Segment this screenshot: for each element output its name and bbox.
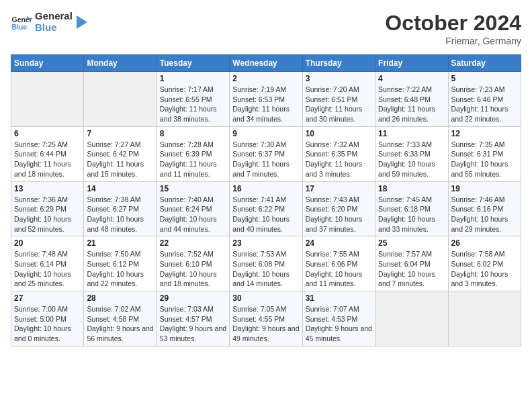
calendar-cell: 11Sunrise: 7:33 AMSunset: 6:33 PMDayligh…: [375, 126, 448, 181]
day-of-week-header: Sunday: [11, 55, 84, 72]
day-number: 12: [451, 129, 518, 138]
day-number: 16: [232, 184, 299, 193]
day-number: 8: [160, 129, 226, 138]
svg-text:Blue: Blue: [12, 24, 28, 31]
day-info: Sunrise: 7:27 AMSunset: 6:42 PMDaylight:…: [87, 140, 153, 179]
day-of-week-header: Friday: [375, 55, 448, 72]
calendar-cell: 21Sunrise: 7:50 AMSunset: 6:12 PMDayligh…: [84, 236, 157, 291]
calendar-cell: 14Sunrise: 7:38 AMSunset: 6:27 PMDayligh…: [84, 181, 157, 236]
day-info: Sunrise: 7:20 AMSunset: 6:51 PMDaylight:…: [306, 85, 372, 124]
day-number: 13: [14, 184, 81, 193]
calendar-cell: 22Sunrise: 7:52 AMSunset: 6:10 PMDayligh…: [157, 236, 229, 291]
day-info: Sunrise: 7:05 AMSunset: 4:55 PMDaylight:…: [232, 304, 299, 344]
day-info: Sunrise: 7:25 AMSunset: 6:44 PMDaylight:…: [14, 140, 81, 179]
calendar-cell: 9Sunrise: 7:30 AMSunset: 6:37 PMDaylight…: [230, 126, 302, 181]
calendar-cell: 24Sunrise: 7:55 AMSunset: 6:06 PMDayligh…: [302, 236, 375, 291]
day-of-week-header: Monday: [84, 55, 157, 72]
day-number: 9: [232, 129, 299, 138]
calendar-cell: 15Sunrise: 7:40 AMSunset: 6:24 PMDayligh…: [157, 181, 229, 236]
calendar-cell: 29Sunrise: 7:03 AMSunset: 4:57 PMDayligh…: [157, 291, 229, 347]
day-of-week-header: Wednesday: [230, 55, 302, 72]
calendar-cell: 16Sunrise: 7:41 AMSunset: 6:22 PMDayligh…: [230, 181, 302, 236]
day-info: Sunrise: 7:02 AMSunset: 4:58 PMDaylight:…: [87, 304, 153, 344]
day-number: 28: [87, 293, 153, 303]
day-info: Sunrise: 7:43 AMSunset: 6:20 PMDaylight:…: [306, 195, 372, 234]
calendar-cell: 12Sunrise: 7:35 AMSunset: 6:31 PMDayligh…: [448, 126, 521, 181]
day-info: Sunrise: 7:03 AMSunset: 4:57 PMDaylight:…: [160, 304, 226, 344]
day-info: Sunrise: 7:33 AMSunset: 6:33 PMDaylight:…: [378, 140, 445, 179]
calendar-cell: 31Sunrise: 7:07 AMSunset: 4:53 PMDayligh…: [302, 291, 375, 347]
day-info: Sunrise: 7:48 AMSunset: 6:14 PMDaylight:…: [14, 249, 81, 289]
day-info: Sunrise: 7:35 AMSunset: 6:31 PMDaylight:…: [451, 140, 518, 179]
calendar-cell: 13Sunrise: 7:36 AMSunset: 6:29 PMDayligh…: [11, 181, 84, 236]
day-info: Sunrise: 7:00 AMSunset: 5:00 PMDaylight:…: [14, 304, 81, 344]
page-header: General Blue General Blue October 2024 F…: [11, 11, 521, 46]
day-number: 21: [87, 238, 153, 248]
calendar-cell: 17Sunrise: 7:43 AMSunset: 6:20 PMDayligh…: [302, 181, 375, 236]
day-number: 15: [160, 184, 226, 193]
day-info: Sunrise: 7:50 AMSunset: 6:12 PMDaylight:…: [87, 249, 153, 289]
day-info: Sunrise: 7:23 AMSunset: 6:46 PMDaylight:…: [451, 85, 518, 124]
day-number: 14: [87, 184, 153, 193]
day-number: 23: [232, 238, 299, 248]
day-number: 26: [451, 238, 518, 248]
logo: General Blue General Blue: [11, 11, 89, 33]
day-info: Sunrise: 7:19 AMSunset: 6:53 PMDaylight:…: [232, 85, 299, 124]
day-number: 5: [451, 74, 518, 83]
calendar-week-row: 1Sunrise: 7:17 AMSunset: 6:55 PMDaylight…: [11, 72, 521, 127]
calendar-cell: 5Sunrise: 7:23 AMSunset: 6:46 PMDaylight…: [448, 72, 521, 127]
day-info: Sunrise: 7:30 AMSunset: 6:37 PMDaylight:…: [232, 140, 299, 179]
day-info: Sunrise: 7:36 AMSunset: 6:29 PMDaylight:…: [14, 195, 81, 234]
calendar-table: SundayMondayTuesdayWednesdayThursdayFrid…: [11, 54, 521, 347]
calendar-cell: 6Sunrise: 7:25 AMSunset: 6:44 PMDaylight…: [11, 126, 84, 181]
day-of-week-header: Tuesday: [157, 55, 229, 72]
calendar-week-row: 6Sunrise: 7:25 AMSunset: 6:44 PMDaylight…: [11, 126, 521, 181]
logo-chevron-icon: [75, 13, 89, 32]
calendar-cell: [84, 72, 157, 127]
day-number: 18: [378, 184, 445, 193]
day-number: 11: [378, 129, 445, 138]
day-info: Sunrise: 7:55 AMSunset: 6:06 PMDaylight:…: [306, 249, 372, 289]
calendar-cell: 10Sunrise: 7:32 AMSunset: 6:35 PMDayligh…: [302, 126, 375, 181]
calendar-week-row: 13Sunrise: 7:36 AMSunset: 6:29 PMDayligh…: [11, 181, 521, 236]
day-number: 25: [378, 238, 445, 248]
day-of-week-header: Saturday: [448, 55, 521, 72]
calendar-cell: 28Sunrise: 7:02 AMSunset: 4:58 PMDayligh…: [84, 291, 157, 347]
day-info: Sunrise: 7:07 AMSunset: 4:53 PMDaylight:…: [306, 304, 372, 344]
day-info: Sunrise: 7:41 AMSunset: 6:22 PMDaylight:…: [232, 195, 299, 234]
calendar-cell: [448, 291, 521, 347]
day-number: 20: [14, 238, 81, 248]
calendar-cell: [375, 291, 448, 347]
day-number: 19: [451, 184, 518, 193]
calendar-cell: 23Sunrise: 7:53 AMSunset: 6:08 PMDayligh…: [230, 236, 302, 291]
day-number: 31: [306, 293, 372, 303]
day-info: Sunrise: 7:40 AMSunset: 6:24 PMDaylight:…: [160, 195, 226, 234]
day-info: Sunrise: 7:22 AMSunset: 6:48 PMDaylight:…: [378, 85, 445, 124]
location: Friemar, Germany: [385, 36, 521, 46]
day-number: 2: [232, 74, 299, 83]
calendar-cell: 7Sunrise: 7:27 AMSunset: 6:42 PMDaylight…: [84, 126, 157, 181]
day-info: Sunrise: 7:46 AMSunset: 6:16 PMDaylight:…: [451, 195, 518, 234]
logo-icon: General Blue: [11, 11, 32, 33]
day-number: 30: [232, 293, 299, 303]
day-number: 17: [306, 184, 372, 193]
day-info: Sunrise: 7:17 AMSunset: 6:55 PMDaylight:…: [160, 85, 226, 124]
day-info: Sunrise: 7:38 AMSunset: 6:27 PMDaylight:…: [87, 195, 153, 234]
calendar-cell: 3Sunrise: 7:20 AMSunset: 6:51 PMDaylight…: [302, 72, 375, 127]
calendar-cell: 26Sunrise: 7:58 AMSunset: 6:02 PMDayligh…: [448, 236, 521, 291]
calendar-cell: 30Sunrise: 7:05 AMSunset: 4:55 PMDayligh…: [230, 291, 302, 347]
title-block: October 2024 Friemar, Germany: [385, 11, 521, 46]
day-of-week-header: Thursday: [302, 55, 375, 72]
day-number: 29: [160, 293, 226, 303]
day-number: 24: [306, 238, 372, 248]
calendar-cell: 1Sunrise: 7:17 AMSunset: 6:55 PMDaylight…: [157, 72, 229, 127]
day-info: Sunrise: 7:28 AMSunset: 6:39 PMDaylight:…: [160, 140, 226, 179]
calendar-cell: 2Sunrise: 7:19 AMSunset: 6:53 PMDaylight…: [230, 72, 302, 127]
svg-text:General: General: [12, 16, 32, 24]
calendar-cell: 8Sunrise: 7:28 AMSunset: 6:39 PMDaylight…: [157, 126, 229, 181]
day-number: 1: [160, 74, 226, 83]
calendar-week-row: 20Sunrise: 7:48 AMSunset: 6:14 PMDayligh…: [11, 236, 521, 291]
logo-general: General: [35, 11, 73, 22]
calendar-cell: 25Sunrise: 7:57 AMSunset: 6:04 PMDayligh…: [375, 236, 448, 291]
day-info: Sunrise: 7:32 AMSunset: 6:35 PMDaylight:…: [306, 140, 372, 179]
